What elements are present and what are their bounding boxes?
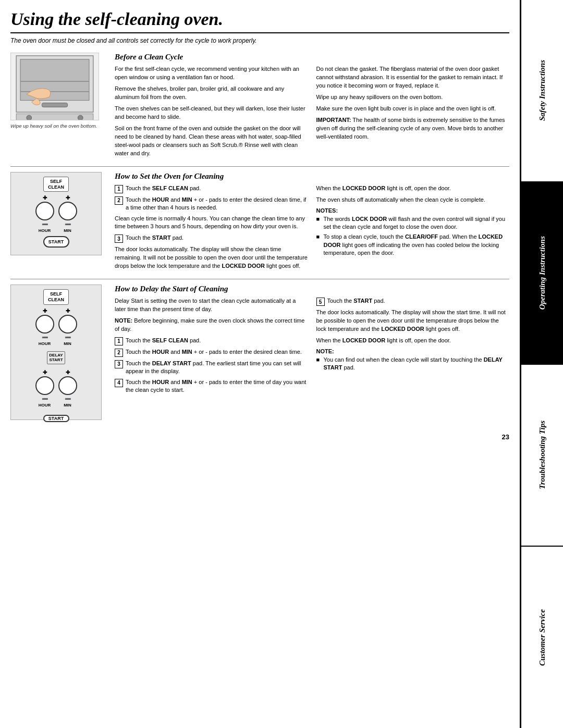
step3-num-3: 3 xyxy=(115,360,123,368)
s3-p2: NOTE: Before beginning, make sure the ov… xyxy=(115,317,308,334)
s2-p4: The oven shuts off automatically when th… xyxy=(316,196,510,204)
section2-col1: 1 Touch the SELF CLEAN pad. 2 Touch the … xyxy=(115,184,308,274)
step3-1: 1 Touch the SELF CLEAN pad. xyxy=(115,337,308,346)
step-num-3: 3 xyxy=(115,235,123,243)
section1-right: Before a Clean Cycle For the first self-… xyxy=(115,53,509,161)
step3-text-5: Touch the START pad. xyxy=(327,297,510,305)
sidebar-safety-label: Safety Instructions xyxy=(538,60,547,121)
s3-p4: When the LOCKED DOOR light is off, open … xyxy=(316,337,510,345)
section-how-to-set: SELFCLEAN ✚ ➖ HOUR ✚ ➖ xyxy=(10,172,509,279)
svg-point-7 xyxy=(78,116,83,120)
section2-right: How to Set the Oven for Cleaning 1 Touch… xyxy=(115,172,509,274)
image-caption: Wipe up heavy soil on the oven bottom. xyxy=(10,123,107,129)
self-clean-button-2: SELFCLEAN xyxy=(43,289,69,305)
oven-image xyxy=(10,53,99,120)
sidebar-section-operating: Operating Instructions xyxy=(521,182,563,365)
s3-p1: Delay Start is setting the oven to start… xyxy=(115,297,308,314)
note-bullet-1: ■ xyxy=(316,215,322,231)
note-text-1: The words LOCK DOOR will flash and the o… xyxy=(324,215,510,231)
svg-rect-4 xyxy=(42,103,67,107)
s2-p1: Clean cycle time is normally 4 hours. Yo… xyxy=(115,215,308,231)
note3-bullet: ■ xyxy=(316,356,322,372)
self-clean-button: SELFCLEAN xyxy=(43,177,69,192)
s1-p5: Do not clean the gasket. The fiberglass … xyxy=(316,65,510,90)
step-text-1: Touch the SELF CLEAN pad. xyxy=(126,184,308,192)
note-bullet-2: ■ xyxy=(316,233,322,257)
step-num-1: 1 xyxy=(115,185,123,193)
s2-p2: The door locks automatically. The displa… xyxy=(115,245,308,270)
s1-p4: Soil on the front frame of the oven and … xyxy=(115,125,308,158)
section3-col1: Delay Start is setting the oven to start… xyxy=(115,297,308,397)
sidebar-customer-label: Customer Service xyxy=(538,609,547,666)
step-text-2: Touch the HOUR and MIN + or - pads to en… xyxy=(126,196,308,212)
step3-num-5: 5 xyxy=(316,298,325,306)
section2-col2: When the LOCKED DOOR light is off, open … xyxy=(316,184,510,274)
control-panel-2: SELFCLEAN ✚ ➖ HOUR ✚ ➖ MIN xyxy=(10,285,102,420)
step3-5: 5 Touch the START pad. xyxy=(316,297,510,306)
control-panel-1: SELFCLEAN ✚ ➖ HOUR ✚ ➖ xyxy=(10,172,102,255)
start-button-2: START xyxy=(43,415,69,422)
step3-2: 2 Touch the HOUR and MIN + or - pads to … xyxy=(115,348,308,357)
notes-section: NOTES: ■ The words LOCK DOOR will flash … xyxy=(316,207,510,257)
section3-left: SELFCLEAN ✚ ➖ HOUR ✚ ➖ MIN xyxy=(10,285,115,423)
s1-p6: Wipe up any heavy spillovers on the oven… xyxy=(316,93,510,102)
step3-3: 3 Touch the DELAY START pad. The earlies… xyxy=(115,360,308,376)
hour-circle xyxy=(35,202,54,220)
sidebar-section-customer: Customer Service xyxy=(521,547,563,728)
section3-notes: NOTE: ■ You can find out when the clean … xyxy=(316,348,510,372)
svg-point-6 xyxy=(27,116,32,120)
section-delay-start: SELFCLEAN ✚ ➖ HOUR ✚ ➖ MIN xyxy=(10,285,509,428)
section3-col2: 5 Touch the START pad. The door locks au… xyxy=(316,297,510,397)
step2-2: 2 Touch the HOUR and MIN + or - pads to … xyxy=(115,196,308,212)
section3-right: How to Delay the Start of Cleaning Delay… xyxy=(115,285,509,423)
s3-p3: The door locks automatically. The displa… xyxy=(316,309,510,334)
subtitle: The oven door must be closed and all con… xyxy=(10,36,509,45)
s1-p2: Remove the shelves, broiler pan, broiler… xyxy=(115,85,308,102)
s1-p1: For the first self-clean cycle, we recom… xyxy=(115,65,308,82)
s1-p3: The oven shelves can be self-cleaned, bu… xyxy=(115,105,308,121)
step3-num-4: 4 xyxy=(115,379,123,387)
step3-4: 4 Touch the HOUR and MIN + or - pads to … xyxy=(115,378,308,394)
section-before-clean: Wipe up heavy soil on the oven bottom. B… xyxy=(10,53,509,166)
sidebar-operating-label: Operating Instructions xyxy=(538,236,547,310)
sidebar-troubleshooting-label: Troubleshooting Tips xyxy=(538,421,547,489)
section3-note-heading: NOTE: xyxy=(316,348,510,354)
step3-num-1: 1 xyxy=(115,337,123,346)
note3-text: You can find out when the clean cycle wi… xyxy=(324,356,510,372)
step3-text-1: Touch the SELF CLEAN pad. xyxy=(126,337,308,344)
sidebar-section-troubleshooting: Troubleshooting Tips xyxy=(521,365,563,547)
step3-text-2: Touch the HOUR and MIN + or - pads to en… xyxy=(126,348,308,356)
note-text-2: To stop a clean cycle, touch the CLEAR/O… xyxy=(324,233,510,257)
note-1: ■ The words LOCK DOOR will flash and the… xyxy=(316,215,510,231)
section1-col2: Do not clean the gasket. The fiberglass … xyxy=(316,65,510,161)
page-number: 23 xyxy=(10,433,509,441)
step3-text-4: Touch the HOUR and MIN + or - pads to en… xyxy=(126,378,308,394)
step-text-3: Touch the START pad. xyxy=(126,234,308,242)
step2-1: 1 Touch the SELF CLEAN pad. xyxy=(115,184,308,193)
section2-heading: How to Set the Oven for Cleaning xyxy=(115,172,509,181)
step3-num-2: 2 xyxy=(115,349,123,357)
section2-left: SELFCLEAN ✚ ➖ HOUR ✚ ➖ xyxy=(10,172,115,274)
min-circle xyxy=(58,202,77,220)
sidebar-section-safety: Safety Instructions xyxy=(521,0,563,182)
s1-p7: Make sure the oven light bulb cover is i… xyxy=(316,105,510,113)
section1-heading: Before a Clean Cycle xyxy=(115,53,509,61)
note-2: ■ To stop a clean cycle, touch the CLEAR… xyxy=(316,233,510,257)
delay-start-btn: DELAYSTART xyxy=(47,351,65,364)
start-button-1: START xyxy=(43,236,69,248)
step3-text-3: Touch the DELAY START pad. The earliest … xyxy=(126,360,308,376)
section1-col1: For the first self-clean cycle, we recom… xyxy=(115,65,308,161)
s1-p8: IMPORTANT: The health of some birds is e… xyxy=(316,116,510,141)
section3-heading: How to Delay the Start of Cleaning xyxy=(115,285,509,293)
page-title: Using the self-cleaning oven. xyxy=(10,9,509,33)
section3-note-1: ■ You can find out when the clean cycle … xyxy=(316,356,510,372)
sidebar: Safety Instructions Operating Instructio… xyxy=(521,0,563,728)
s2-p3: When the LOCKED DOOR light is off, open … xyxy=(316,184,510,193)
step-num-2: 2 xyxy=(115,196,123,205)
section1-left: Wipe up heavy soil on the oven bottom. xyxy=(10,53,115,161)
notes-heading: NOTES: xyxy=(316,207,510,214)
step2-3: 3 Touch the START pad. xyxy=(115,234,308,243)
